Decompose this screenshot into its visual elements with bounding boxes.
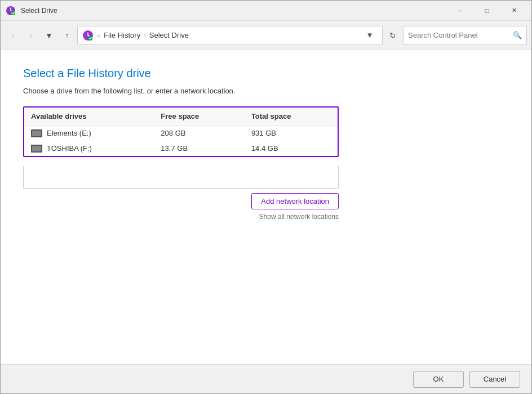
drive-label: TOSHIBA (F:)	[47, 144, 92, 153]
page-subtitle: Choose a drive from the following list, …	[23, 87, 509, 95]
address-dropdown-button[interactable]: ▼	[362, 28, 378, 43]
breadcrumb-file-history[interactable]: File History	[104, 31, 140, 39]
drive-icon	[31, 145, 42, 153]
recent-locations-button[interactable]: ▼	[41, 28, 57, 43]
main-content: Select a File History drive Choose a dri…	[1, 50, 531, 364]
breadcrumb-select-drive[interactable]: Select Drive	[149, 31, 189, 39]
drives-table: Available drives Free space Total space …	[24, 108, 338, 156]
drives-table-wrapper: Available drives Free space Total space …	[23, 106, 339, 157]
drive-name-cell: TOSHIBA (F:)	[24, 141, 154, 156]
drive-free-space: 13.7 GB	[154, 141, 245, 156]
minimize-button[interactable]: ─	[447, 2, 473, 19]
address-bar[interactable]: « File History › Select Drive ▼	[77, 26, 383, 45]
close-button[interactable]: ✕	[501, 2, 527, 19]
app-icon	[5, 5, 16, 16]
show-all-network-link[interactable]: Show all network locations	[259, 213, 339, 221]
search-icon[interactable]: 🔍	[513, 31, 522, 39]
maximize-button[interactable]: □	[474, 2, 500, 19]
drive-label: Elements (E:)	[47, 129, 91, 137]
search-input[interactable]	[408, 31, 509, 39]
drive-icon	[31, 129, 42, 137]
title-bar: Select Drive ─ □ ✕	[1, 1, 531, 21]
table-header-row: Available drives Free space Total space	[24, 108, 338, 126]
nav-bar: ‹ › ▼ ↑ « File History › Select Drive ▼ …	[1, 21, 531, 50]
network-section: Add network location Show all network lo…	[23, 193, 339, 221]
drive-total-space: 931 GB	[245, 126, 338, 141]
bottom-bar: OK Cancel	[1, 364, 531, 393]
address-icon	[82, 30, 94, 41]
window-controls: ─ □ ✕	[447, 2, 527, 19]
svg-point-3	[88, 36, 92, 41]
drive-total-space: 14.4 GB	[245, 141, 338, 156]
drive-name-cell: Elements (E:)	[24, 126, 154, 141]
col-header-total: Total space	[245, 108, 338, 126]
table-row[interactable]: Elements (E:) 208 GB 931 GB	[24, 126, 338, 141]
refresh-button[interactable]: ↻	[385, 28, 401, 43]
col-header-free: Free space	[154, 108, 245, 126]
address-arrow: ›	[144, 32, 146, 39]
address-sep1: «	[97, 32, 100, 39]
col-header-name: Available drives	[24, 108, 154, 126]
svg-point-1	[11, 11, 15, 15]
back-button[interactable]: ‹	[5, 28, 21, 43]
up-button[interactable]: ↑	[59, 28, 75, 43]
add-network-location-button[interactable]: Add network location	[251, 193, 339, 209]
network-location-box[interactable]	[23, 166, 339, 189]
window-title: Select Drive	[21, 7, 447, 15]
page-title: Select a File History drive	[23, 67, 509, 80]
search-bar[interactable]: 🔍	[403, 26, 527, 45]
drive-free-space: 208 GB	[154, 126, 245, 141]
forward-button[interactable]: ›	[23, 28, 39, 43]
table-row[interactable]: TOSHIBA (F:) 13.7 GB 14.4 GB	[24, 141, 338, 156]
ok-button[interactable]: OK	[413, 371, 464, 388]
cancel-button[interactable]: Cancel	[469, 371, 520, 388]
